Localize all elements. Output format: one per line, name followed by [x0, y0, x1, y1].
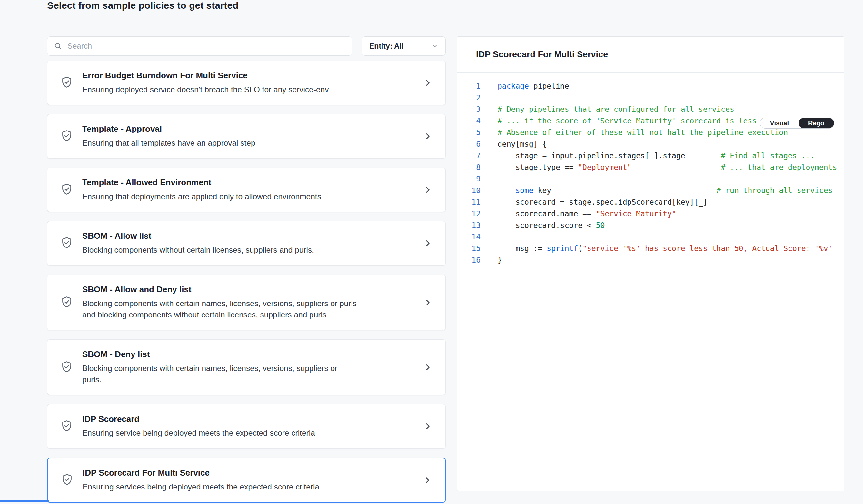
entity-filter-label: Entity: All: [369, 42, 403, 51]
shield-check-icon: [60, 183, 73, 197]
policy-list-item[interactable]: Template - Allowed Environment Ensuring …: [47, 168, 446, 212]
search-input[interactable]: [67, 41, 346, 51]
policy-list-item[interactable]: SBOM - Allow list Blocking components wi…: [47, 221, 446, 266]
code-token-plain: (: [578, 244, 583, 253]
policy-description: Blocking components with certain names, …: [82, 363, 358, 385]
policy-list-item[interactable]: SBOM - Allow and Deny list Blocking comp…: [47, 274, 446, 330]
line-number: 2: [457, 92, 480, 103]
code-line: 15 msg := sprintf("service '%s' has scor…: [457, 243, 844, 254]
policy-list-item[interactable]: Template - Approval Ensuring that all te…: [47, 114, 446, 158]
policy-title: SBOM - Allow list: [82, 231, 314, 241]
code-text: some key # run through all services: [498, 185, 833, 196]
line-number: 13: [457, 219, 480, 231]
preview-title: IDP Scorecard For Multi Service: [476, 50, 608, 60]
code-token-plain: [498, 186, 515, 195]
chevron-down-icon: [431, 42, 438, 50]
policy-title: IDP Scorecard: [82, 414, 315, 424]
code-token-string: "service '%s' has score less than 50, Ac…: [583, 244, 833, 253]
code-text: stage.type == "Deployment" # ... that ar…: [498, 161, 837, 173]
policy-description: Ensuring services being deployed meets t…: [83, 481, 319, 492]
search-icon: [54, 42, 62, 50]
code-text: msg := sprintf("service '%s' has score l…: [498, 243, 833, 254]
line-number: 9: [457, 173, 480, 185]
policy-description: Ensuring that all templates have an appr…: [82, 137, 255, 148]
policy-preview-panel: IDP Scorecard For Multi Service 1 packag…: [457, 36, 844, 491]
code-token-plain: key: [534, 186, 716, 195]
code-token-plain: scorecard.name ==: [498, 209, 596, 218]
code-token-plain: stage.type ==: [498, 163, 578, 171]
code-token-plain: scorecard.score <: [498, 221, 596, 230]
chevron-right-icon: [423, 131, 432, 142]
policy-title: IDP Scorecard For Multi Service: [83, 468, 319, 478]
line-number: 14: [457, 231, 480, 243]
code-token-function: sprintf: [547, 244, 578, 253]
code-text: # Deny pipelines that are configured for…: [498, 103, 734, 115]
code-token-plain: deny[msg] {: [498, 140, 547, 148]
search-box: [47, 36, 352, 56]
code-text: scorecard = stage.spec.idpScorecard[key]…: [498, 196, 708, 208]
code-text: # Absence of either of these will not ha…: [498, 127, 788, 138]
policy-description: Blocking components with certain names, …: [82, 298, 358, 320]
code-editor[interactable]: 1 package pipeline 2 3 # Deny pipelines …: [457, 73, 844, 491]
policy-list-item[interactable]: Error Budget Burndown For Multi Service …: [47, 61, 446, 105]
code-text: }: [498, 254, 502, 266]
code-line: 8 stage.type == "Deployment" # ... that …: [457, 161, 844, 173]
code-text: deny[msg] {: [498, 138, 547, 150]
policy-title: SBOM - Deny list: [82, 349, 358, 359]
code-token-string: "Deployment": [578, 163, 631, 171]
visual-toggle-button[interactable]: Visual: [760, 118, 799, 128]
code-token-comment: # run through all services: [716, 186, 833, 195]
code-token-comment: # Absence of either of these will not ha…: [498, 128, 788, 137]
policy-description: Ensuring that deployments are applied on…: [82, 191, 321, 202]
shield-check-icon: [60, 236, 73, 250]
policy-text: IDP Scorecard Ensuring service being dep…: [82, 414, 315, 439]
chevron-right-icon: [423, 184, 432, 195]
line-number: 12: [457, 208, 480, 219]
shield-check-icon: [60, 296, 73, 310]
code-token-plain: }: [498, 256, 502, 264]
code-token-comment: # Deny pipelines that are configured for…: [498, 105, 734, 114]
line-number: 11: [457, 196, 480, 208]
policy-description: Ensuring service being deployed meets th…: [82, 427, 315, 439]
code-line: 6 deny[msg] {: [457, 138, 844, 150]
chevron-right-icon: [423, 238, 432, 249]
code-token-plain: pipeline: [529, 82, 569, 90]
bottom-accent-bar: [0, 501, 49, 502]
code-line: 7 stage = input.pipeline.stages[_].stage…: [457, 150, 844, 161]
shield-check-icon: [60, 129, 73, 143]
shield-check-icon: [60, 360, 73, 374]
code-line: 10 some key # run through all services: [457, 185, 844, 196]
policy-title: Template - Allowed Environment: [82, 178, 321, 188]
preview-header: IDP Scorecard For Multi Service: [457, 37, 844, 73]
line-number: 1: [457, 80, 480, 92]
code-text: scorecard.score < 50: [498, 219, 605, 231]
chevron-right-icon: [423, 421, 432, 432]
code-token-keyword: some: [515, 186, 533, 195]
page-title: Select from sample policies to get start…: [47, 0, 239, 12]
code-line: 2: [457, 92, 844, 103]
policy-title: Template - Approval: [82, 124, 255, 134]
code-line: 14: [457, 231, 844, 243]
policy-text: Template - Allowed Environment Ensuring …: [82, 178, 321, 202]
code-line: 12 scorecard.name == "Service Maturity": [457, 208, 844, 219]
code-text: stage = input.pipeline.stages[_].stage #…: [498, 150, 815, 161]
code-line: 9: [457, 173, 844, 185]
policy-text: SBOM - Deny list Blocking components wit…: [82, 349, 358, 385]
entity-filter-dropdown[interactable]: Entity: All: [362, 36, 446, 56]
sample-policies-page: Select from sample policies to get start…: [0, 0, 863, 504]
code-line: 1 package pipeline: [457, 80, 844, 92]
chevron-right-icon: [423, 77, 432, 88]
rego-toggle-button[interactable]: Rego: [799, 118, 834, 128]
policy-text: Error Budget Burndown For Multi Service …: [82, 70, 329, 95]
policy-list-item[interactable]: IDP Scorecard Ensuring service being dep…: [47, 404, 446, 449]
policy-text: IDP Scorecard For Multi Service Ensuring…: [83, 468, 319, 492]
code-token-number: 50: [596, 221, 605, 230]
policy-title: Error Budget Burndown For Multi Service: [82, 70, 329, 80]
policy-list-item[interactable]: SBOM - Deny list Blocking components wit…: [47, 339, 446, 395]
code-token-plain: msg :=: [498, 244, 547, 253]
code-token-keyword: package: [498, 82, 529, 90]
code-text: package pipeline: [498, 80, 569, 92]
code-token-plain: stage = input.pipeline.stages[_].stage: [498, 152, 721, 160]
policy-list-item[interactable]: IDP Scorecard For Multi Service Ensuring…: [47, 457, 446, 503]
line-number: 10: [457, 185, 480, 196]
